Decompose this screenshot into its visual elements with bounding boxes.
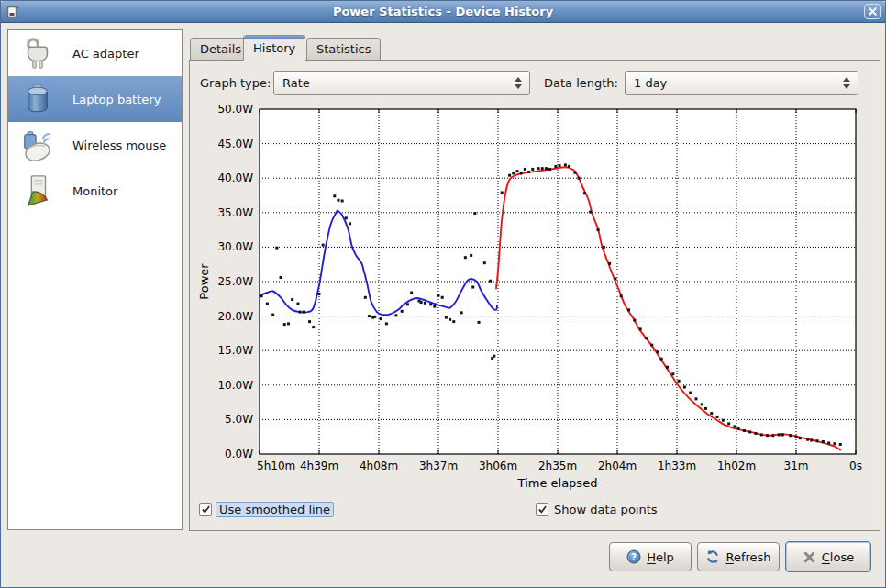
svg-text:40.0W: 40.0W [217, 172, 253, 184]
dropdown-arrows-icon [838, 74, 855, 92]
svg-text:45.0W: 45.0W [217, 138, 253, 150]
monitor-icon [20, 173, 55, 208]
sidebar-item-monitor[interactable]: Monitor [8, 168, 182, 214]
data-length-select[interactable]: 1 day [625, 71, 858, 95]
checkmark-icon [537, 505, 548, 515]
help-button[interactable]: ? Help [609, 542, 692, 571]
sidebar-item-label: Wireless mouse [72, 139, 166, 152]
refresh-button-label: Refresh [725, 550, 770, 564]
window: Power Statistics - Device History AC ada… [0, 0, 886, 588]
data-length-value: 1 day [634, 72, 667, 94]
svg-text:20.0W: 20.0W [217, 310, 253, 323]
titlebar[interactable]: Power Statistics - Device History [1, 1, 885, 23]
svg-text:25.0W: 25.0W [217, 275, 253, 288]
show-data-points-checkbox[interactable] [536, 503, 548, 516]
wireless-mouse-icon [20, 128, 55, 162]
tab-history[interactable]: History [243, 35, 305, 61]
svg-text:10.0W: 10.0W [217, 379, 253, 392]
graph-type-value: Rate [282, 72, 310, 94]
sidebar-item-label: Monitor [72, 184, 117, 198]
history-chart: 0.0W5.0W10.0W15.0W20.0W25.0W30.0W35.0W40… [194, 102, 881, 496]
svg-text:35.0W: 35.0W [217, 206, 253, 219]
refresh-icon [705, 549, 720, 564]
refresh-button[interactable]: Refresh [697, 542, 780, 571]
show-data-points-label[interactable]: Show data points [554, 503, 658, 516]
window-close-icon [868, 6, 878, 17]
svg-text:5.0W: 5.0W [225, 413, 253, 426]
svg-text:1h33m: 1h33m [658, 460, 696, 472]
sidebar-item-wireless-mouse[interactable]: Wireless mouse [8, 122, 182, 168]
checkmark-icon [201, 505, 211, 515]
sidebar-item-ac-adapter[interactable]: AC adapter [8, 30, 182, 76]
svg-text:4h08m: 4h08m [360, 460, 398, 472]
device-list: AC adapter Laptop battery [7, 29, 183, 530]
tab-label: History [253, 41, 295, 55]
svg-text:?: ? [631, 551, 637, 562]
graph-type-select[interactable]: Rate [273, 71, 530, 95]
help-button-label: Help [647, 550, 674, 564]
close-button[interactable]: Close [785, 541, 871, 572]
graph-type-label: Graph type: [200, 71, 271, 95]
svg-text:3h06m: 3h06m [479, 460, 517, 472]
svg-text:4h39m: 4h39m [300, 460, 338, 472]
svg-text:3h37m: 3h37m [419, 460, 458, 472]
laptop-battery-icon [20, 82, 55, 116]
help-icon: ? [626, 549, 641, 564]
svg-text:30.0W: 30.0W [217, 240, 253, 253]
svg-text:1h02m: 1h02m [717, 460, 756, 472]
data-length-label: Data length: [544, 71, 618, 95]
titlebar-close-button[interactable] [864, 4, 881, 19]
ac-adapter-icon [20, 36, 55, 71]
use-smoothed-line-checkbox[interactable] [199, 503, 212, 516]
dropdown-arrows-icon [510, 74, 526, 92]
svg-text:0s: 0s [849, 460, 862, 472]
use-smoothed-line-label[interactable]: Use smoothed line [216, 502, 334, 517]
sidebar-item-laptop-battery[interactable]: Laptop battery [8, 76, 182, 122]
sidebar-item-label: AC adapter [72, 47, 139, 61]
window-title: Power Statistics - Device History [1, 5, 885, 18]
close-icon [803, 550, 816, 564]
use-smoothed-line-row: Use smoothed line [199, 501, 334, 517]
svg-text:0.0W: 0.0W [225, 448, 253, 460]
svg-text:31m: 31m [784, 460, 809, 472]
svg-text:2h04m: 2h04m [598, 460, 637, 472]
svg-text:15.0W: 15.0W [217, 344, 253, 357]
tab-statistics[interactable]: Statistics [306, 38, 381, 60]
svg-text:Power: Power [197, 263, 211, 300]
tab-label: Statistics [316, 42, 371, 56]
svg-text:5h10m: 5h10m [257, 460, 295, 472]
svg-text:Time elapsed: Time elapsed [517, 476, 598, 490]
close-button-label: Close [822, 550, 854, 564]
show-data-points-row: Show data points [536, 501, 658, 517]
svg-text:50.0W: 50.0W [217, 103, 253, 116]
tab-label: Details [200, 42, 241, 56]
svg-text:2h35m: 2h35m [538, 460, 577, 472]
sidebar-item-label: Laptop battery [72, 93, 161, 106]
